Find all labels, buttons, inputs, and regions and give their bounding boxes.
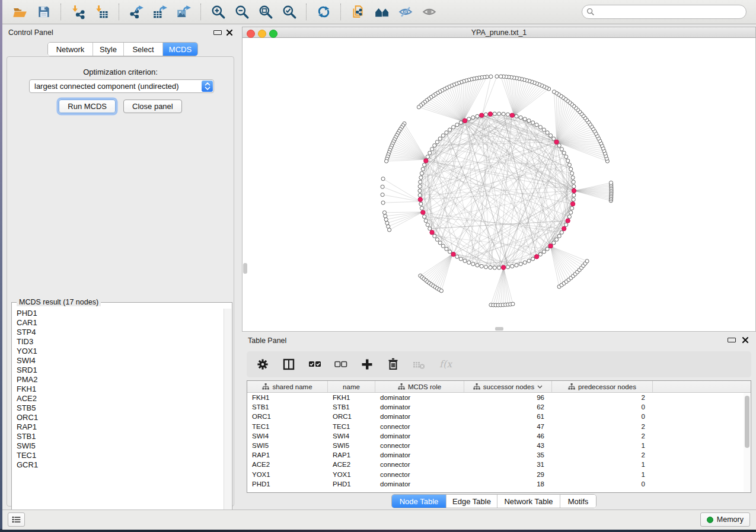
save-session-icon bbox=[36, 4, 52, 20]
column-header-MCDS-role[interactable]: MCDS role bbox=[375, 381, 464, 392]
select-stepper-icon bbox=[202, 81, 213, 92]
table-panel-title: Table Panel bbox=[248, 336, 286, 345]
import-network-button[interactable] bbox=[68, 2, 88, 21]
network-canvas[interactable] bbox=[242, 38, 756, 332]
tab-style[interactable]: Style bbox=[93, 43, 124, 56]
mcds-result-item[interactable]: TEC1 bbox=[12, 451, 224, 460]
float-panel-button[interactable] bbox=[213, 30, 222, 35]
sort-desc-icon bbox=[537, 385, 543, 389]
add-column-button[interactable] bbox=[358, 355, 376, 373]
add-column-icon bbox=[360, 357, 374, 371]
control-panel-header: Control Panel bbox=[2, 28, 237, 39]
mcds-result-item[interactable]: ORC1 bbox=[12, 413, 224, 422]
table-row[interactable]: YOX1YOX1connector291 bbox=[247, 470, 751, 479]
import-table-button[interactable] bbox=[92, 2, 112, 21]
network-from-selection-button[interactable] bbox=[348, 2, 368, 21]
export-image-button[interactable] bbox=[174, 2, 194, 21]
mcds-result-item[interactable]: CAR1 bbox=[12, 318, 224, 328]
cell-mcds_role: connector bbox=[375, 423, 464, 430]
column-header-shared-name[interactable]: shared name bbox=[247, 381, 328, 392]
select-all-button[interactable] bbox=[306, 355, 324, 373]
export-table-button[interactable] bbox=[150, 2, 170, 21]
mcds-result-item[interactable]: TID3 bbox=[12, 337, 224, 347]
search-input[interactable] bbox=[582, 5, 747, 19]
table-row[interactable]: SWI5SWI5connector431 bbox=[247, 441, 751, 450]
cell-name: ORC1 bbox=[328, 413, 375, 420]
delete-table-icon bbox=[412, 357, 426, 371]
run-mcds-button[interactable]: Run MCDS bbox=[59, 100, 116, 113]
cell-mcds_role: dominator bbox=[375, 413, 464, 420]
task-history-button[interactable] bbox=[8, 512, 25, 527]
close-panel-icon[interactable] bbox=[226, 29, 233, 36]
mcds-result-item[interactable]: YOX1 bbox=[12, 347, 224, 356]
mcds-result-item[interactable]: FKH1 bbox=[12, 384, 224, 394]
table-body: FKH1FKH1dominator962STB1STB1dominator620… bbox=[247, 393, 751, 489]
close-panel-button[interactable]: Close panel bbox=[123, 100, 182, 113]
mcds-result-item[interactable]: STP4 bbox=[12, 328, 224, 337]
table-tab-node-table[interactable]: Node Table bbox=[392, 495, 446, 508]
split-view-button[interactable] bbox=[280, 355, 298, 373]
zoom-out-button[interactable] bbox=[232, 2, 252, 21]
hide-selected-button[interactable] bbox=[395, 2, 416, 21]
mcds-result-item[interactable]: GCR1 bbox=[12, 460, 224, 470]
mcds-result-item[interactable]: RAP1 bbox=[12, 422, 224, 432]
cell-mcds_role: dominator bbox=[375, 394, 464, 401]
column-header-predecessor-nodes[interactable]: predecessor nodes bbox=[552, 381, 653, 392]
cell-successor_nodes: 46 bbox=[464, 432, 552, 440]
table-tab-edge-table[interactable]: Edge Table bbox=[446, 495, 497, 508]
first-neighbors-icon bbox=[374, 4, 390, 20]
table-row[interactable]: STB1STB1dominator620 bbox=[247, 402, 751, 412]
network-hscroll-thumb[interactable] bbox=[495, 327, 503, 331]
table-row[interactable]: ACE2ACE2connector311 bbox=[247, 460, 751, 469]
deselect-all-button[interactable] bbox=[332, 355, 350, 373]
column-header-successor-nodes[interactable]: successor nodes bbox=[464, 381, 552, 392]
table-tab-motifs[interactable]: Motifs bbox=[560, 495, 596, 508]
cell-predecessor_nodes: 2 bbox=[552, 451, 653, 459]
cell-successor_nodes: 47 bbox=[464, 423, 552, 430]
criterion-select[interactable]: largest connected component (undirected) bbox=[29, 79, 214, 93]
network-graph[interactable] bbox=[243, 38, 755, 331]
show-all-button[interactable] bbox=[419, 2, 439, 21]
table-row[interactable]: FKH1FKH1dominator962 bbox=[247, 393, 751, 402]
table-scrollbar-thumb[interactable] bbox=[745, 396, 749, 448]
export-network-button[interactable] bbox=[126, 2, 146, 21]
cell-shared_name: ORC1 bbox=[247, 413, 328, 420]
mcds-result-item[interactable]: PHD1 bbox=[12, 309, 224, 318]
memory-button[interactable]: Memory bbox=[700, 512, 750, 527]
table-float-button[interactable] bbox=[728, 338, 736, 342]
table-row[interactable]: SWI4SWI4dominator462 bbox=[247, 431, 751, 441]
delete-column-button[interactable] bbox=[384, 355, 402, 373]
tab-network[interactable]: Network bbox=[48, 43, 93, 56]
cell-mcds_role: dominator bbox=[375, 451, 464, 459]
settings-button[interactable] bbox=[254, 355, 272, 373]
mcds-result-item[interactable]: SWI5 bbox=[12, 441, 224, 451]
table-tab-network-table[interactable]: Network Table bbox=[497, 495, 560, 508]
settings-icon bbox=[256, 357, 270, 371]
tab-mcds[interactable]: MCDS bbox=[163, 43, 197, 56]
result-scrollbar[interactable] bbox=[224, 309, 231, 521]
mcds-result-item[interactable]: SWI4 bbox=[12, 356, 224, 366]
zoom-selected-button[interactable] bbox=[279, 2, 299, 21]
open-session-button[interactable] bbox=[10, 2, 30, 21]
mcds-result-item[interactable]: STB5 bbox=[12, 403, 224, 413]
status-bar: Memory bbox=[2, 509, 756, 530]
zoom-out-icon bbox=[234, 4, 250, 20]
save-session-button[interactable] bbox=[34, 2, 54, 21]
mcds-result-item[interactable]: ACE2 bbox=[12, 394, 224, 403]
zoom-in-icon bbox=[210, 4, 226, 20]
zoom-fit-button[interactable] bbox=[256, 2, 276, 21]
refresh-layout-button[interactable] bbox=[314, 2, 334, 21]
table-row[interactable]: RAP1RAP1dominator352 bbox=[247, 450, 751, 460]
mcds-result-item[interactable]: STB1 bbox=[12, 432, 224, 441]
tab-select[interactable]: Select bbox=[124, 43, 163, 56]
zoom-in-button[interactable] bbox=[208, 2, 228, 21]
mcds-result-item[interactable]: PMA2 bbox=[12, 375, 224, 384]
column-header-name[interactable]: name bbox=[328, 381, 375, 392]
table-row[interactable]: PHD1PHD1dominator180 bbox=[247, 479, 751, 489]
table-row[interactable]: ORC1ORC1dominator610 bbox=[247, 412, 751, 421]
network-vscroll-thumb[interactable] bbox=[243, 263, 247, 274]
mcds-result-item[interactable]: SRD1 bbox=[12, 366, 224, 375]
table-close-icon[interactable] bbox=[742, 336, 749, 344]
first-neighbors-button[interactable] bbox=[372, 2, 392, 21]
table-row[interactable]: TEC1TEC1connector472 bbox=[247, 422, 751, 431]
